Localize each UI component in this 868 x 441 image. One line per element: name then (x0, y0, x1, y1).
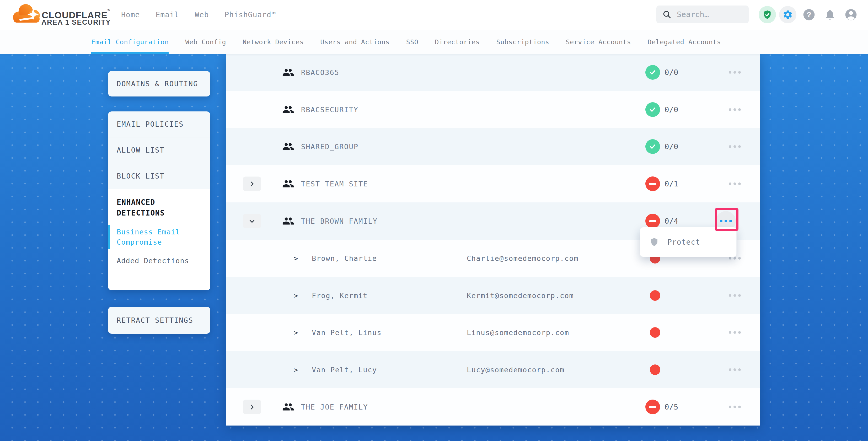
status-pass-badge (645, 102, 660, 117)
header-nav-web[interactable]: Web (195, 10, 209, 19)
notifications-bell-icon[interactable] (821, 6, 839, 23)
protection-count: 0/4 (664, 217, 678, 225)
enhanced-detections-title: ENHANCED DETECTIONS (117, 197, 187, 218)
member-chevron-icon: > (294, 254, 298, 262)
tab-delegated-accounts[interactable]: Delegated Accounts (647, 30, 721, 54)
tab-email-configuration[interactable]: Email Configuration (91, 30, 168, 54)
member-chevron-icon: > (294, 328, 298, 337)
sidebar-item-allow-list[interactable]: ALLOW LIST (108, 137, 210, 163)
search-input[interactable] (676, 10, 743, 19)
group-name: THE BROWN FAMILY (301, 217, 378, 225)
config-tabs-bar: Email ConfigurationWeb ConfigNetwork Dev… (0, 30, 868, 54)
sidebar-item-domains-routing[interactable]: DOMAINS & ROUTING (108, 71, 210, 96)
sidebar-item-retract-settings[interactable]: RETRACT SETTINGS (108, 307, 210, 334)
status-fail-dot (650, 327, 660, 338)
protection-count: 0/0 (664, 68, 678, 77)
user-avatar-icon[interactable] (842, 6, 860, 23)
group-icon (282, 178, 294, 190)
protection-count: 0/0 (664, 105, 678, 114)
member-email: Lucy@somedemocorp.com (467, 366, 565, 374)
header-nav-home[interactable]: Home (121, 10, 140, 19)
header-nav-email[interactable]: Email (156, 10, 179, 19)
protection-count: 0/5 (664, 403, 678, 411)
sidebar-item-block-list[interactable]: BLOCK LIST (108, 163, 210, 189)
table-row-van-pelt-lucy[interactable]: >Van Pelt, LucyLucy@somedemocorp.com (226, 351, 760, 388)
table-row-test-team-site[interactable]: TEST TEAM SITE0/1 (226, 165, 760, 202)
search-bar[interactable] (656, 5, 749, 23)
tab-directories[interactable]: Directories (435, 30, 479, 54)
row-menu-button[interactable] (724, 396, 746, 418)
table-row-van-pelt-linus[interactable]: >Van Pelt, LinusLinus@somedemocorp.com (226, 314, 760, 351)
group-name: RBACSECURITY (301, 105, 359, 114)
status-pass-badge (645, 139, 660, 154)
table-row-rbaco365[interactable]: RBACO3650/0 (226, 54, 760, 91)
status-fail-dot (650, 290, 660, 301)
search-icon (662, 10, 672, 19)
tab-subscriptions[interactable]: Subscriptions (496, 30, 549, 54)
sidebar-item-added-detections[interactable]: Added Detections (117, 256, 190, 266)
shield-icon (650, 237, 659, 247)
sidebar-item-label: RETRACT SETTINGS (117, 316, 193, 324)
group-name: TEST TEAM SITE (301, 180, 368, 188)
group-icon (282, 140, 294, 153)
row-menu-button[interactable] (724, 359, 746, 381)
tab-web-config[interactable]: Web Config (185, 30, 226, 54)
member-name: Brown, Charlie (312, 254, 377, 262)
status-fail-badge (645, 214, 660, 228)
group-icon (282, 66, 294, 78)
area1-security-app: CLOUDFLARE® AREA 1 SECURITY HomeEmailWeb… (0, 0, 868, 441)
member-name: Van Pelt, Linus (312, 328, 381, 337)
protection-count: 0/0 (664, 142, 678, 151)
content-area: DOMAINS & ROUTING EMAIL POLICIESALLOW LI… (0, 54, 868, 441)
protection-count: 0/1 (664, 179, 678, 188)
table-row-shared-group[interactable]: SHARED_GROUP0/0 (226, 128, 760, 165)
group-icon (282, 103, 294, 116)
table-row-the-joe-family[interactable]: THE JOE FAMILY0/5 (226, 388, 760, 426)
collapse-row-button[interactable] (243, 214, 261, 228)
group-name: THE JOE FAMILY (301, 403, 368, 411)
security-shield-check-icon[interactable] (758, 6, 776, 23)
tab-network-devices[interactable]: Network Devices (243, 30, 304, 54)
sidebar-policies-card: EMAIL POLICIESALLOW LISTBLOCK LIST ENHAN… (108, 112, 210, 290)
row-context-menu: Protect (640, 227, 737, 257)
row-menu-button[interactable] (724, 173, 746, 195)
member-name: Frog, Kermit (312, 291, 368, 300)
expand-row-button[interactable] (243, 400, 261, 414)
sidebar-section-enhanced-detections[interactable]: ENHANCED DETECTIONS Business Email Compr… (108, 189, 210, 290)
sidebar-item-business-email-compromise[interactable]: Business Email Compromise (117, 227, 190, 247)
status-fail-dot (650, 365, 660, 375)
expand-row-button[interactable] (243, 177, 261, 191)
cloudflare-cloud-logo-icon (11, 2, 42, 25)
tab-service-accounts[interactable]: Service Accounts (566, 30, 631, 54)
member-email: Linus@somedemocorp.com (467, 328, 569, 337)
row-menu-button[interactable] (724, 99, 746, 121)
table-row-frog-kermit[interactable]: >Frog, KermitKermit@somedemocorp.com (226, 277, 760, 314)
tab-sso[interactable]: SSO (406, 30, 418, 54)
member-chevron-icon: > (294, 366, 298, 374)
group-icon (282, 401, 294, 413)
group-icon (282, 215, 294, 227)
logo-subtitle: AREA 1 SECURITY (41, 18, 111, 27)
tab-users-and-actions[interactable]: Users and Actions (320, 30, 390, 54)
group-name: RBACO365 (301, 68, 339, 76)
help-icon[interactable]: ? (800, 6, 818, 23)
member-email: Charlie@somedemocorp.com (467, 254, 579, 262)
menu-item-protect[interactable]: Protect (668, 238, 700, 247)
group-name: SHARED_GROUP (301, 143, 359, 151)
row-menu-button[interactable] (724, 284, 746, 307)
top-header: CLOUDFLARE® AREA 1 SECURITY HomeEmailWeb… (0, 0, 868, 30)
member-email: Kermit@somedemocorp.com (467, 291, 574, 300)
status-fail-badge (645, 177, 660, 191)
member-chevron-icon: > (294, 291, 298, 300)
row-menu-button[interactable] (724, 321, 746, 343)
status-fail-badge (645, 400, 660, 414)
row-menu-button[interactable] (724, 135, 746, 158)
sidebar-item-label: DOMAINS & ROUTING (117, 80, 198, 88)
row-menu-button[interactable] (724, 61, 746, 83)
sidebar-item-email-policies[interactable]: EMAIL POLICIES (108, 112, 210, 137)
table-row-rbacsecurity[interactable]: RBACSECURITY0/0 (226, 91, 760, 128)
header-nav-phishguard[interactable]: PhishGuard™ (224, 10, 276, 19)
svg-text:?: ? (807, 10, 811, 19)
settings-gear-icon[interactable] (779, 6, 797, 23)
header-nav: HomeEmailWebPhishGuard™ (121, 0, 276, 30)
